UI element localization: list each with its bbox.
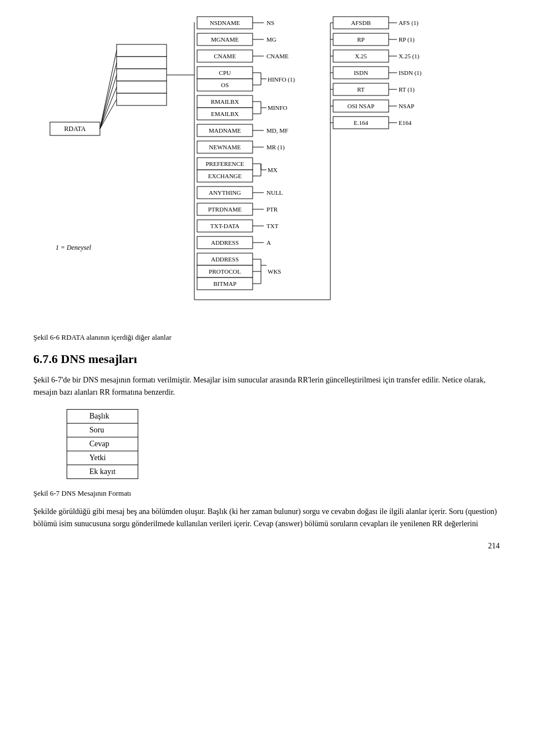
page-number: 214: [33, 542, 500, 551]
paragraph-2: Şekilde görüldüğü gibi mesaj beş ana böl…: [33, 506, 500, 531]
svg-text:OS: OS: [221, 82, 229, 88]
svg-line-7: [100, 51, 117, 129]
rdata-diagram: RDATA 1 = Deneysel NSDNAME NS MGNAME MG …: [33, 11, 500, 322]
dns-format-table: BaşlıkSoruCevapYetkiEk kayıt: [67, 409, 138, 479]
svg-text:NEWNAME: NEWNAME: [209, 144, 241, 150]
svg-text:WKS: WKS: [268, 268, 281, 275]
svg-rect-4: [117, 69, 167, 81]
svg-text:PROTOCOL: PROTOCOL: [209, 268, 241, 275]
dns-format-row: Soru: [67, 423, 138, 437]
svg-text:BITMAP: BITMAP: [213, 280, 237, 287]
svg-text:CNAME: CNAME: [266, 53, 289, 59]
svg-text:MG: MG: [266, 36, 276, 43]
svg-text:MX: MX: [268, 167, 278, 173]
svg-text:ADDRESS: ADDRESS: [211, 239, 239, 246]
section-title: 6.7.6 DNS mesajları: [33, 352, 500, 366]
svg-text:1 = Deneysel: 1 = Deneysel: [56, 244, 92, 251]
svg-text:TXT: TXT: [266, 223, 279, 229]
svg-text:MD, MF: MD, MF: [266, 127, 288, 134]
svg-line-9: [100, 75, 117, 129]
svg-text:RMAILBX: RMAILBX: [211, 98, 239, 105]
svg-text:RP (1): RP (1): [399, 36, 415, 43]
svg-rect-2: [117, 44, 167, 57]
svg-text:ADDRESS: ADDRESS: [211, 256, 239, 263]
figure-caption-1: Şekil 6-6 RDATA alanının içerdiği diğer …: [33, 333, 500, 342]
svg-line-10: [100, 87, 117, 129]
svg-text:E164: E164: [399, 119, 412, 126]
svg-text:PREFERENCE: PREFERENCE: [205, 160, 244, 167]
svg-text:RDATA: RDATA: [64, 125, 86, 133]
svg-rect-6: [117, 93, 167, 105]
svg-text:ANYTHING: ANYTHING: [209, 189, 241, 196]
svg-text:MR (1): MR (1): [266, 144, 285, 151]
svg-text:RP: RP: [357, 36, 364, 43]
dns-format-row: Başlık: [67, 409, 138, 423]
svg-line-8: [100, 63, 117, 129]
svg-rect-3: [117, 57, 167, 69]
svg-text:RT (1): RT (1): [399, 86, 415, 93]
svg-text:PTRDNAME: PTRDNAME: [208, 206, 242, 213]
svg-text:CPU: CPU: [219, 69, 230, 76]
dns-format-row: Cevap: [67, 437, 138, 451]
figure-caption-2: Şekil 6-7 DNS Mesajının Formatı: [33, 489, 500, 498]
svg-text:ISDN (1): ISDN (1): [399, 69, 422, 77]
svg-text:CNAME: CNAME: [214, 53, 236, 59]
svg-text:MINFO: MINFO: [268, 104, 288, 111]
svg-line-11: [100, 99, 117, 129]
svg-text:HINFO (1): HINFO (1): [268, 76, 295, 83]
svg-text:MADNAME: MADNAME: [209, 127, 241, 134]
dns-format-row: Ek kayıt: [67, 465, 138, 478]
svg-text:NSDNAME: NSDNAME: [210, 19, 240, 26]
svg-text:EXCHANGE: EXCHANGE: [208, 173, 242, 179]
svg-text:MGNAME: MGNAME: [211, 36, 239, 43]
svg-text:E.164: E.164: [354, 119, 368, 126]
svg-text:A: A: [266, 239, 271, 246]
svg-text:X.25 (1): X.25 (1): [399, 53, 420, 60]
svg-text:TXT-DATA: TXT-DATA: [210, 223, 240, 229]
svg-text:AFSDB: AFSDB: [351, 19, 370, 26]
svg-text:NSAP: NSAP: [399, 103, 414, 109]
dns-format-row: Yetki: [67, 451, 138, 465]
svg-text:OSI NSAP: OSI NSAP: [348, 103, 375, 109]
svg-text:AFS (1): AFS (1): [399, 19, 419, 27]
svg-text:NS: NS: [266, 19, 274, 26]
svg-text:NULL: NULL: [266, 189, 283, 196]
svg-text:ISDN: ISDN: [354, 69, 368, 76]
svg-text:PTR: PTR: [266, 206, 278, 213]
svg-text:EMAILBX: EMAILBX: [211, 110, 239, 117]
svg-rect-5: [117, 81, 167, 93]
svg-text:X.25: X.25: [355, 53, 367, 59]
svg-text:RT: RT: [357, 86, 365, 93]
paragraph-1: Şekil 6-7'de bir DNS mesajının formatı v…: [33, 374, 500, 399]
